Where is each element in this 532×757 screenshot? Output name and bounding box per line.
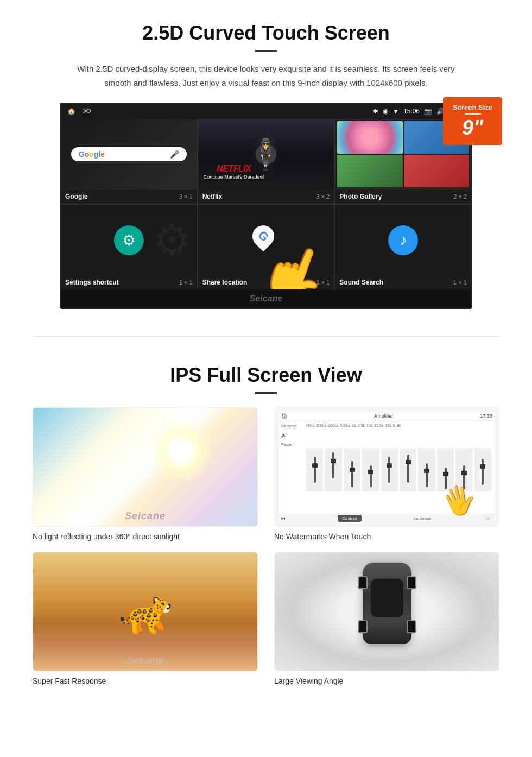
freq-15k: 15k	[385, 424, 391, 427]
settings-bg: ⚙ ⚙	[61, 205, 197, 275]
sunlight-image: Seicane	[33, 407, 258, 527]
freq-60hz: 60hz	[306, 424, 314, 427]
freq-2-5k: 2.5k	[358, 424, 365, 427]
amp-prev-icon[interactable]: ⏮	[281, 516, 286, 521]
settings-app-size: 1 × 1	[179, 279, 193, 286]
amp-fader-label: Fader	[281, 442, 303, 447]
cheetah-watermark: Seicane	[126, 655, 163, 666]
eq-bar-3[interactable]	[344, 448, 360, 491]
sunlight-bg: Seicane	[33, 408, 257, 526]
usb-icon: ⌦	[82, 108, 91, 115]
title-underline	[255, 50, 277, 52]
sun-burst	[149, 419, 214, 484]
amp-time: 17:33	[480, 413, 492, 419]
status-bar: 🏠 ⌦ ✱ ◉ ▼ 15:06 📷 🔊 ✕ ▭	[61, 104, 471, 119]
photo-thumb-4	[404, 155, 469, 187]
google-app-name: Google	[65, 193, 87, 200]
home-icon[interactable]: 🏠	[67, 108, 75, 115]
screen-size-badge: Screen Size 9"	[443, 97, 502, 145]
settings-app-name: Settings shortcut	[65, 279, 119, 286]
google-bg: Google 🎤	[61, 119, 197, 190]
eq-bar-4[interactable]	[362, 448, 379, 491]
section2-underline	[255, 392, 277, 394]
wifi-icon: ▼	[392, 108, 399, 115]
microphone-icon[interactable]: 🎤	[170, 150, 179, 159]
section-ips: IPS Full Screen View Seicane No light re…	[0, 348, 532, 696]
amp-content: Balance 🔊 Fader 60hz 100hz 200hz 500hz 1…	[279, 421, 495, 513]
amp-toggle[interactable]: ○	[483, 515, 492, 522]
app-cell-google[interactable]: Google 🎤 Google 3 × 1	[61, 119, 197, 204]
app-cell-share-location[interactable]: G 👆 Share location 1 × 1	[198, 205, 334, 289]
amp-title: Amplifier	[374, 413, 393, 419]
freq-12-5k: 12.5k	[374, 424, 383, 427]
eq-bar-5[interactable]	[381, 448, 398, 491]
feature-cheetah: 🐆 Seicane Super Fast Response	[33, 552, 258, 685]
car-wheel-front-left	[358, 576, 368, 589]
car-roof	[371, 579, 403, 617]
netflix-figure-silhouette: 🕴	[247, 137, 284, 172]
cheetah-icon: 🐆	[118, 586, 173, 637]
ghost-gear-icon: ⚙	[153, 215, 192, 266]
eq-bar-8[interactable]	[437, 448, 454, 491]
badge-size: 9"	[453, 117, 492, 140]
freq-sub: SUB	[393, 424, 401, 427]
sunlight-caption: No light reflecting under 360° direct su…	[33, 532, 258, 541]
netflix-subtitle: Continue Marvel's Daredevil	[204, 174, 264, 180]
car-wheel-rear-left	[358, 620, 368, 633]
eq-bar-7[interactable]	[418, 448, 435, 491]
amp-eq-section: 60hz 100hz 200hz 500hz 1k 2.5k 10k 12.5k…	[305, 424, 492, 511]
google-search-bar[interactable]: Google 🎤	[71, 147, 187, 161]
sound-search-label-row: Sound Search 1 × 1	[335, 275, 471, 289]
freq-1k: 1k	[352, 424, 356, 427]
share-location-name: Share location	[202, 279, 248, 286]
amp-custom-button[interactable]: Custom	[338, 515, 362, 522]
feature-car: Large Viewing Angle	[274, 552, 499, 685]
cheetah-caption: Super Fast Response	[33, 677, 258, 685]
sound-search-inner: ♪	[335, 205, 471, 275]
badge-divider	[465, 113, 481, 115]
amplifier-image: 🏠 Amplifier 17:33 Balance 🔊 Fader 60hz	[274, 407, 499, 527]
settings-icon-circle: ⚙	[114, 225, 144, 255]
netflix-app-name: Netflix	[202, 193, 223, 200]
app-cell-netflix[interactable]: NETFLIX Continue Marvel's Daredevil 🕴 Ne…	[198, 119, 334, 204]
amp-status-bar: 🏠 Amplifier 17:33	[279, 412, 495, 420]
feature-grid: Seicane No light reflecting under 360° d…	[33, 407, 499, 685]
settings-cell-inner: ⚙ ⚙	[61, 205, 197, 275]
netflix-label-row: Netflix 3 × 2	[198, 190, 334, 204]
photo-thumb-1	[337, 121, 402, 154]
sunlight-watermark: Seicane	[125, 510, 166, 521]
amp-eq-bars: 🖐	[305, 428, 492, 511]
section-divider	[33, 336, 499, 337]
status-time: 15:06	[403, 108, 420, 115]
amp-speaker-icon: 🔊	[281, 433, 303, 438]
freq-500hz: 500hz	[340, 424, 350, 427]
car-image	[274, 552, 499, 671]
netflix-cell-inner: NETFLIX Continue Marvel's Daredevil 🕴	[198, 119, 334, 190]
section1-description: With 2.5D curved-display screen, this de…	[76, 62, 456, 90]
music-note-icon: ♪	[400, 231, 407, 249]
car-caption: Large Viewing Angle	[274, 677, 499, 685]
section1-title: 2.5D Curved Touch Screen	[33, 22, 499, 45]
app-cell-settings[interactable]: ⚙ ⚙ Settings shortcut 1 × 1	[61, 205, 197, 289]
amp-balance-label: Balance	[281, 424, 303, 428]
section-curved: 2.5D Curved Touch Screen With 2.5D curve…	[0, 0, 532, 325]
badge-label: Screen Size	[453, 104, 492, 111]
amplifier-bg: 🏠 Amplifier 17:33 Balance 🔊 Fader 60hz	[275, 408, 499, 526]
freq-100hz: 100hz	[316, 424, 326, 427]
gear-icon: ⚙	[122, 231, 136, 249]
location-icon: ◉	[383, 108, 388, 115]
car-top-view	[349, 563, 425, 660]
settings-label-row: Settings shortcut 1 × 1	[61, 275, 197, 289]
photo-thumb-3	[337, 155, 402, 187]
app-cell-sound-search[interactable]: ♪ Sound Search 1 × 1	[335, 205, 471, 289]
eq-bar-1[interactable]	[306, 448, 323, 491]
car-wheel-rear-right	[407, 620, 416, 633]
eq-bar-10[interactable]	[474, 448, 491, 491]
sound-icon-circle: ♪	[388, 225, 418, 255]
cheetah-bg: 🐆 Seicane	[33, 552, 257, 671]
eq-bar-2[interactable]	[325, 448, 341, 491]
photo-gallery-label-row: Photo Gallery 2 × 2	[335, 190, 471, 204]
eq-bar-6[interactable]	[400, 448, 416, 491]
sound-search-bg: ♪	[335, 205, 471, 275]
freq-200hz: 200hz	[328, 424, 338, 427]
